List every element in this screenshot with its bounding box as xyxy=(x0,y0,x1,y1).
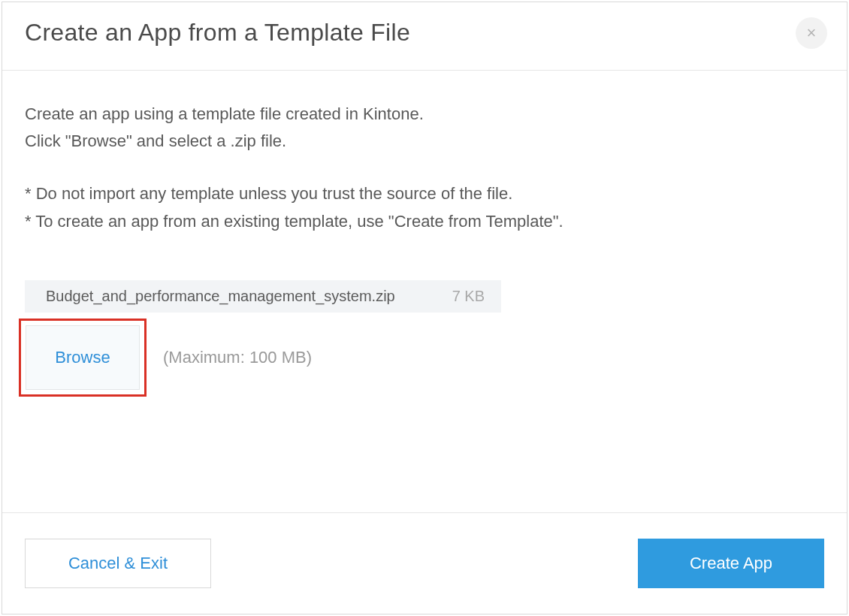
create-button-label: Create App xyxy=(690,554,772,573)
modal-header: Create an App from a Template File × xyxy=(2,2,847,71)
cancel-button-label: Cancel & Exit xyxy=(68,554,168,573)
create-app-button[interactable]: Create App xyxy=(638,539,824,588)
max-size-hint: (Maximum: 100 MB) xyxy=(163,348,312,367)
close-button[interactable]: × xyxy=(796,17,827,49)
modal-footer: Cancel & Exit Create App xyxy=(2,512,847,614)
browse-highlight-annotation: Browse xyxy=(19,319,147,397)
browse-button-label: Browse xyxy=(55,348,110,367)
description-line-1: Create an app using a template file crea… xyxy=(25,101,824,128)
selected-file-row: Budget_and_performance_management_system… xyxy=(25,280,501,313)
description-line-2: Click "Browse" and select a .zip file. xyxy=(25,128,824,155)
close-icon: × xyxy=(807,23,817,43)
create-app-modal: Create an App from a Template File × Cre… xyxy=(2,2,847,614)
browse-area: Browse (Maximum: 100 MB) xyxy=(25,319,824,397)
modal-title: Create an App from a Template File xyxy=(25,19,410,47)
description-block: Create an app using a template file crea… xyxy=(25,101,824,156)
file-name: Budget_and_performance_management_system… xyxy=(46,288,452,305)
notes-block: * Do not import any template unless you … xyxy=(25,180,824,236)
note-line-1: * Do not import any template unless you … xyxy=(25,180,824,207)
browse-button[interactable]: Browse xyxy=(26,325,140,390)
modal-content: Create an app using a template file crea… xyxy=(2,71,847,512)
cancel-exit-button[interactable]: Cancel & Exit xyxy=(25,539,211,588)
note-line-2: * To create an app from an existing temp… xyxy=(25,207,824,235)
file-size: 7 KB xyxy=(452,288,485,305)
